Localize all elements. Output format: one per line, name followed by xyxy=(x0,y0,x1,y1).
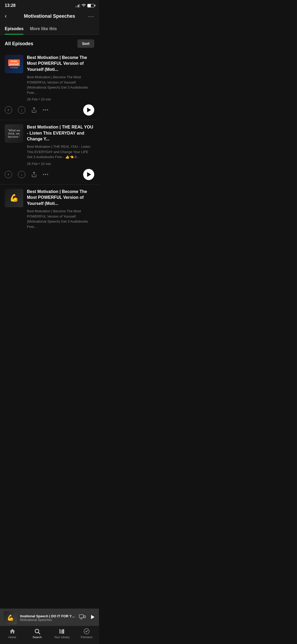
share-button[interactable] xyxy=(31,172,37,177)
download-icon: ↓ xyxy=(18,106,25,114)
episode-title: Best Motivation | Become The Most POWERF… xyxy=(27,189,94,206)
more-options-button[interactable]: ··· xyxy=(86,13,94,19)
episode-top: "What we think, we become." Best Motivat… xyxy=(5,124,94,166)
episode-thumbnail: "What we think, we become." xyxy=(5,124,23,143)
episode-title: Best Motivation | THE REAL YOU - Listen … xyxy=(27,124,94,142)
more-button[interactable]: ••• xyxy=(43,172,49,177)
main-content: All Episodes Sort PUSHyourself everyday!… xyxy=(0,35,99,275)
header: ‹ Motivational Speeches ··· xyxy=(0,10,99,23)
episode-description: Best Motivation | Become The Most POWERF… xyxy=(27,209,94,229)
episodes-section-title: All Episodes xyxy=(5,41,33,47)
signal-icon xyxy=(75,4,80,7)
add-icon: ＋ xyxy=(5,171,12,178)
add-button[interactable]: ＋ xyxy=(5,106,12,114)
battery-icon xyxy=(87,4,94,7)
dots-icon: ••• xyxy=(43,108,49,112)
episode-info: Best Motivation | THE REAL YOU - Listen … xyxy=(27,124,94,166)
share-icon xyxy=(31,172,37,177)
status-icons xyxy=(75,3,94,8)
more-button[interactable]: ••• xyxy=(43,108,49,112)
episode-actions: ＋ ↓ ••• xyxy=(5,104,94,116)
play-button[interactable] xyxy=(83,169,94,180)
share-icon xyxy=(31,107,37,113)
tab-episodes[interactable]: Episodes xyxy=(5,23,23,34)
dots-icon: ••• xyxy=(43,172,49,177)
status-time: 13:28 xyxy=(5,3,16,8)
tabs: Episodes More like this xyxy=(0,23,99,35)
episode-thumbnail: PUSHyourself everyday! xyxy=(5,55,23,73)
download-button[interactable]: ↓ xyxy=(18,171,25,178)
episode-actions: ＋ ↓ ••• xyxy=(5,169,94,180)
episodes-header: All Episodes Sort xyxy=(0,35,99,50)
wifi-icon xyxy=(82,3,86,8)
episode-thumbnail: 💪 xyxy=(5,189,23,207)
play-icon xyxy=(87,108,91,112)
list-item: "What we think, we become." Best Motivat… xyxy=(0,120,99,185)
download-icon: ↓ xyxy=(18,171,25,178)
add-icon: ＋ xyxy=(5,106,12,114)
episode-description: Best Motivation | THE REAL YOU - Listen … xyxy=(27,144,94,160)
play-button[interactable] xyxy=(83,104,94,116)
status-bar: 13:28 xyxy=(0,0,99,10)
page-title: Motivational Speeches xyxy=(13,13,86,19)
add-button[interactable]: ＋ xyxy=(5,171,12,178)
episode-description: Best Motivation | Become The Most POWERF… xyxy=(27,75,94,95)
download-button[interactable]: ↓ xyxy=(18,106,25,114)
back-button[interactable]: ‹ xyxy=(5,13,13,20)
list-item: PUSHyourself everyday! Best Motivation |… xyxy=(0,50,99,120)
episode-top: PUSHyourself everyday! Best Motivation |… xyxy=(5,55,94,101)
episode-meta: 26 Feb • 10 min xyxy=(27,97,94,101)
sort-button[interactable]: Sort xyxy=(77,39,94,48)
episode-top: 💪 Best Motivation | Become The Most POWE… xyxy=(5,189,94,231)
tab-more-like-this[interactable]: More like this xyxy=(30,23,57,34)
play-icon xyxy=(87,172,91,177)
episode-title: Best Motivation | Become The Most POWERF… xyxy=(27,55,94,72)
episode-info: Best Motivation | Become The Most POWERF… xyxy=(27,55,94,101)
share-button[interactable] xyxy=(31,107,37,113)
episode-meta: 26 Feb • 10 min xyxy=(27,162,94,166)
episode-info: Best Motivation | Become The Most POWERF… xyxy=(27,189,94,231)
list-item: 💪 Best Motivation | Become The Most POWE… xyxy=(0,185,99,238)
